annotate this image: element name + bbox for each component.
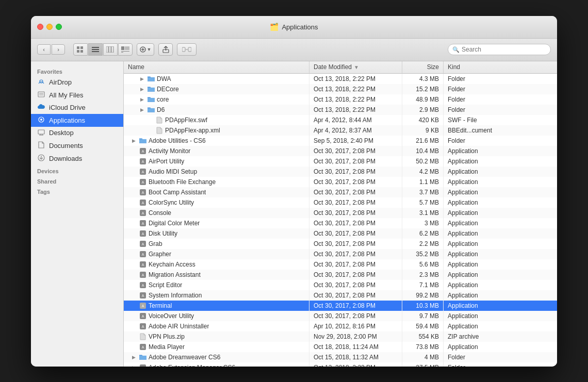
table-row[interactable]: AAdobe AIR UninstallerApr 10, 2012, 8:16… xyxy=(124,321,557,331)
table-row[interactable]: AVoiceOver UtilityOct 30, 2017, 2:08 PM9… xyxy=(124,311,557,321)
expand-arrow[interactable]: ▶ xyxy=(132,365,137,367)
airdrop-icon xyxy=(37,78,45,87)
sidebar-item-downloads[interactable]: Downloads xyxy=(31,152,123,165)
file-cell-name: ADigital Color Meter xyxy=(124,218,309,228)
file-cell-name: PDAppFlex.swf xyxy=(124,115,309,125)
svg-rect-0 xyxy=(77,46,79,49)
file-icon xyxy=(139,333,146,340)
sidebar-item-all-my-files[interactable]: All My Files xyxy=(31,89,123,102)
table-row[interactable]: AKeychain AccessOct 30, 2017, 2:08 PM5.6… xyxy=(124,259,557,270)
table-row[interactable]: AAudio MIDI SetupOct 30, 2017, 2:08 PM4.… xyxy=(124,167,557,177)
table-row[interactable]: AMedia PlayerOct 18, 2018, 11:24 AM73.8 … xyxy=(124,342,557,352)
path-button[interactable] xyxy=(177,43,197,56)
back-button[interactable]: ‹ xyxy=(37,44,51,55)
expand-arrow[interactable]: ▶ xyxy=(132,355,137,360)
file-cell-name: AMedia Player xyxy=(124,342,309,352)
icloud-drive-icon xyxy=(37,104,45,112)
sidebar-item-desktop[interactable]: Desktop xyxy=(31,127,123,139)
table-row[interactable]: AColorSync UtilityOct 30, 2017, 2:08 PM5… xyxy=(124,197,557,208)
svg-rect-9 xyxy=(111,46,113,53)
svg-rect-6 xyxy=(92,51,99,52)
file-cell-date: Oct 15, 2018, 11:32 AM xyxy=(309,352,402,362)
share-button[interactable] xyxy=(158,43,173,56)
file-cell-name: AGrapher xyxy=(124,249,309,259)
action-button[interactable]: ▼ xyxy=(137,43,154,56)
sidebar-item-documents[interactable]: Documents xyxy=(31,139,123,152)
expand-arrow[interactable]: ▶ xyxy=(140,87,145,92)
svg-rect-2 xyxy=(77,50,79,53)
search-bar[interactable]: 🔍 xyxy=(448,44,551,55)
downloads-label: Downloads xyxy=(49,155,82,162)
table-row[interactable]: ▶DECoreOct 13, 2018, 2:22 PM15.2 MBFolde… xyxy=(124,84,557,94)
table-row[interactable]: PDAppFlex-app.xmlApr 4, 2012, 8:37 AM9 K… xyxy=(124,125,557,136)
table-row[interactable]: AScript EditorOct 30, 2017, 2:08 PM7.1 M… xyxy=(124,280,557,290)
file-cell-size: 4.3 MB xyxy=(402,74,444,84)
folder-icon xyxy=(148,75,155,82)
expand-arrow[interactable]: ▶ xyxy=(132,138,137,143)
file-cell-kind: Application xyxy=(444,321,557,331)
expand-arrow[interactable]: ▶ xyxy=(140,97,145,102)
file-cell-kind: Folder xyxy=(444,105,557,115)
downloads-icon xyxy=(37,154,45,163)
file-cell-kind: Application xyxy=(444,218,557,228)
table-row[interactable]: AMigration AssistantOct 30, 2017, 2:08 P… xyxy=(124,270,557,280)
table-row[interactable]: ▶D6Oct 13, 2018, 2:22 PM2.9 MBFolder xyxy=(124,105,557,115)
titlebar: 🗂️ Applications xyxy=(31,16,557,39)
file-list-container: Name Date Modified ▼ Size Kind ▶DWAOct 1… xyxy=(124,61,557,367)
shared-label: Shared xyxy=(31,175,123,186)
table-row[interactable]: ADisk UtilityOct 30, 2017, 2:08 PM6.2 MB… xyxy=(124,228,557,239)
table-row[interactable]: ▶DWAOct 13, 2018, 2:22 PM4.3 MBFolder xyxy=(124,74,557,84)
minimize-button[interactable] xyxy=(46,24,53,30)
cover-flow-button[interactable] xyxy=(118,43,133,56)
table-row[interactable]: ▶coreOct 13, 2018, 2:22 PM48.9 MBFolder xyxy=(124,94,557,105)
table-row[interactable]: ABoot Camp AssistantOct 30, 2017, 2:08 P… xyxy=(124,187,557,197)
app-icon: A xyxy=(139,147,146,155)
app-icon: A xyxy=(139,251,146,258)
file-cell-name: AActivity Monitor xyxy=(124,146,309,156)
table-row[interactable]: ADigital Color MeterOct 30, 2017, 2:08 P… xyxy=(124,218,557,228)
file-icon xyxy=(156,117,163,124)
table-row[interactable]: AConsoleOct 30, 2017, 2:08 PM3.1 MBAppli… xyxy=(124,208,557,218)
col-kind-header[interactable]: Kind xyxy=(444,61,557,73)
table-row[interactable]: VPN Plus.zipNov 29, 2018, 2:00 PM554 KBZ… xyxy=(124,331,557,342)
file-list[interactable]: ▶DWAOct 13, 2018, 2:22 PM4.3 MBFolder▶DE… xyxy=(124,74,557,367)
sidebar-item-airdrop[interactable]: AirDrop xyxy=(31,76,123,89)
svg-text:A: A xyxy=(142,201,144,204)
expand-arrow[interactable]: ▶ xyxy=(140,107,145,112)
icon-view-button[interactable] xyxy=(73,43,88,56)
close-button[interactable] xyxy=(37,24,43,30)
file-cell-size: 48.9 MB xyxy=(402,94,444,105)
file-cell-kind: Application xyxy=(444,197,557,208)
table-row[interactable]: AGrapherOct 30, 2017, 2:08 PM35.2 MBAppl… xyxy=(124,249,557,259)
col-name-header[interactable]: Name xyxy=(124,61,309,73)
file-cell-name: AKeychain Access xyxy=(124,259,309,270)
expand-arrow[interactable]: ▶ xyxy=(140,76,145,81)
table-row[interactable]: AGrabOct 30, 2017, 2:08 PM2.2 MBApplicat… xyxy=(124,239,557,249)
col-date-header[interactable]: Date Modified ▼ xyxy=(309,61,402,73)
col-size-header[interactable]: Size xyxy=(402,61,444,73)
search-input[interactable] xyxy=(462,46,546,53)
table-row[interactable]: ABluetooth File ExchangeOct 30, 2017, 2:… xyxy=(124,177,557,187)
column-view-button[interactable] xyxy=(103,43,118,56)
table-row[interactable]: ▶Adobe Utilities - CS6Sep 5, 2018, 2:40 … xyxy=(124,136,557,146)
app-icon: A xyxy=(139,312,146,320)
svg-rect-4 xyxy=(92,47,99,48)
forward-button[interactable]: › xyxy=(52,44,65,55)
maximize-button[interactable] xyxy=(56,24,62,30)
table-row[interactable]: ▶Adobe Dreamweaver CS6Oct 15, 2018, 11:3… xyxy=(124,352,557,362)
table-row[interactable]: PDAppFlex.swfApr 4, 2012, 8:44 AM420 KBS… xyxy=(124,115,557,125)
file-cell-name: ABluetooth File Exchange xyxy=(124,177,309,187)
file-name: Terminal xyxy=(149,302,172,309)
table-row[interactable]: ASystem InformationOct 30, 2017, 2:08 PM… xyxy=(124,290,557,301)
app-icon: A xyxy=(139,189,146,196)
file-cell-date: Oct 13, 2018, 2:22 PM xyxy=(309,74,402,84)
file-cell-size: 15.2 MB xyxy=(402,84,444,94)
table-row[interactable]: ATerminalOct 30, 2017, 2:08 PM10.3 MBApp… xyxy=(124,301,557,311)
sidebar-item-icloud-drive[interactable]: iCloud Drive xyxy=(31,102,123,114)
file-cell-date: Oct 30, 2017, 2:08 PM xyxy=(309,187,402,197)
sidebar-item-applications[interactable]: Applications xyxy=(31,114,123,127)
list-view-button[interactable] xyxy=(88,43,103,56)
table-row[interactable]: AActivity MonitorOct 30, 2017, 2:08 PM10… xyxy=(124,146,557,156)
table-row[interactable]: AAirPort UtilityOct 30, 2017, 2:08 PM50.… xyxy=(124,156,557,167)
table-row[interactable]: ▶AAdobe Extension Manager CS6Oct 13, 201… xyxy=(124,362,557,367)
